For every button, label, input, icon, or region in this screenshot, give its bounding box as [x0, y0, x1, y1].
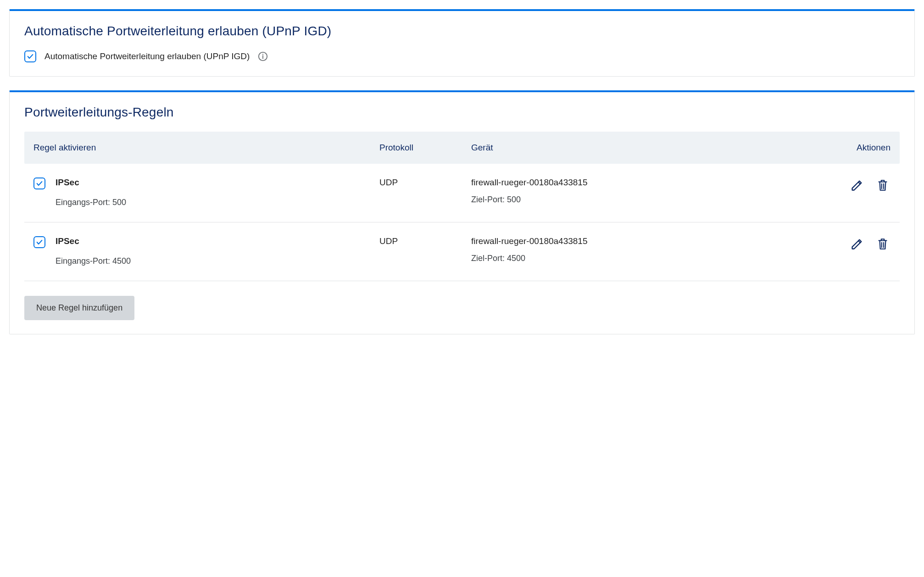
upnp-checkbox[interactable]	[24, 50, 36, 62]
rule-protocol: UDP	[379, 178, 471, 188]
svg-point-2	[262, 54, 263, 55]
col-header-protocol: Protokoll	[379, 143, 471, 153]
rules-card: Portweiterleitungs-Regeln Regel aktivier…	[9, 90, 915, 334]
rule-device: firewall-rueger-00180a433815	[471, 236, 817, 246]
checkmark-icon	[36, 180, 43, 187]
rules-card-title: Portweiterleitungs-Regeln	[24, 105, 900, 120]
rules-table-header: Regel aktivieren Protokoll Gerät Aktione…	[24, 132, 900, 164]
rule-protocol: UDP	[379, 236, 471, 246]
upnp-checkbox-row: Automatische Portweiterleitung erlauben …	[24, 50, 900, 62]
col-header-activate: Regel aktivieren	[33, 143, 379, 153]
rule-activate-checkbox[interactable]	[33, 236, 45, 248]
rule-dest-port: Ziel-Port: 4500	[471, 254, 817, 263]
info-circle-icon	[258, 51, 268, 61]
edit-button[interactable]	[849, 178, 865, 193]
table-row: IPSec Eingangs-Port: 4500 UDP firewall-r…	[24, 222, 900, 281]
col-header-actions: Aktionen	[817, 143, 891, 153]
checkmark-icon	[27, 53, 34, 60]
table-row: IPSec Eingangs-Port: 500 UDP firewall-ru…	[24, 164, 900, 222]
edit-button[interactable]	[849, 236, 865, 252]
rule-incoming-port: Eingangs-Port: 500	[56, 198, 126, 207]
trash-icon	[877, 237, 889, 251]
rule-activate-checkbox[interactable]	[33, 178, 45, 189]
add-rule-button[interactable]: Neue Regel hinzufügen	[24, 296, 134, 320]
rule-name: IPSec	[56, 178, 126, 188]
rule-name: IPSec	[56, 236, 131, 246]
trash-icon	[877, 178, 889, 192]
upnp-card: Automatische Portweiterleitung erlauben …	[9, 9, 915, 77]
delete-button[interactable]	[875, 236, 891, 252]
rule-device: firewall-rueger-00180a433815	[471, 178, 817, 188]
col-header-device: Gerät	[471, 143, 817, 153]
upnp-card-title: Automatische Portweiterleitung erlauben …	[24, 24, 900, 39]
pencil-icon	[851, 238, 863, 250]
info-icon[interactable]	[257, 50, 269, 62]
rule-incoming-port: Eingangs-Port: 4500	[56, 256, 131, 266]
delete-button[interactable]	[875, 178, 891, 193]
pencil-icon	[851, 179, 863, 192]
upnp-checkbox-label: Automatische Portweiterleitung erlauben …	[45, 51, 250, 61]
rule-dest-port: Ziel-Port: 500	[471, 195, 817, 205]
rules-table: Regel aktivieren Protokoll Gerät Aktione…	[24, 132, 900, 281]
checkmark-icon	[36, 239, 43, 246]
